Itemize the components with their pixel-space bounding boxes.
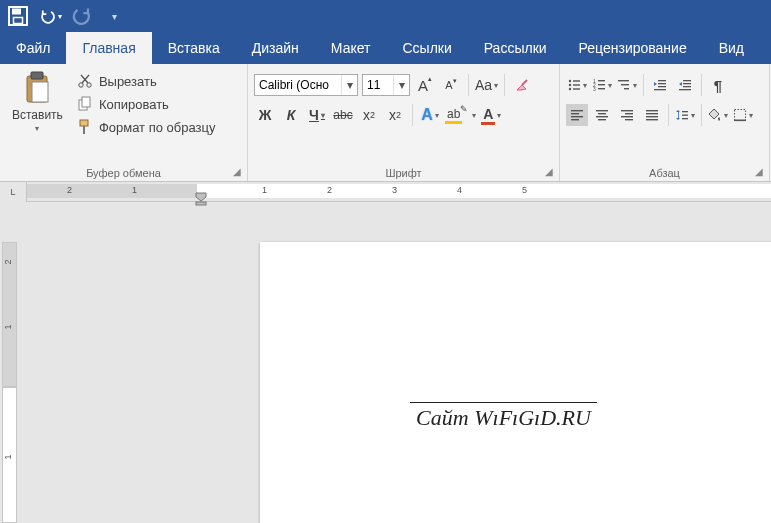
paragraph-dialog-launcher[interactable]: ◢ — [752, 164, 766, 178]
tab-selector[interactable]: L — [0, 182, 27, 202]
svg-rect-40 — [598, 113, 606, 114]
align-center-button[interactable] — [591, 104, 613, 126]
svg-rect-28 — [658, 83, 666, 84]
borders-button[interactable] — [732, 104, 754, 126]
ribbon-tabs: Файл Главная Вставка Дизайн Макет Ссылки… — [0, 32, 771, 64]
multilevel-list-button[interactable] — [616, 74, 638, 96]
svg-rect-37 — [571, 116, 583, 117]
tab-layout[interactable]: Макет — [315, 32, 387, 64]
indent-marker-icon[interactable] — [195, 192, 207, 210]
document-text[interactable]: Сайт WıFıGıD.RU — [410, 402, 597, 431]
cut-button[interactable]: Вырезать — [73, 72, 220, 90]
shading-button[interactable] — [707, 104, 729, 126]
svg-rect-33 — [683, 86, 691, 87]
svg-rect-30 — [654, 89, 666, 90]
font-dialog-launcher[interactable]: ◢ — [542, 164, 556, 178]
save-button[interactable] — [6, 4, 30, 28]
svg-rect-21 — [598, 84, 605, 85]
font-size-input[interactable] — [363, 75, 393, 95]
svg-rect-43 — [621, 110, 633, 111]
align-right-button[interactable] — [616, 104, 638, 126]
workspace: L 2 1 1 2 3 4 5 2 1 1 Сайт WıFıGıD.RU — [0, 182, 771, 523]
bold-button[interactable]: Ж — [254, 104, 276, 126]
svg-rect-27 — [658, 80, 666, 81]
svg-rect-39 — [596, 110, 608, 111]
svg-rect-48 — [646, 113, 658, 114]
text-effects-button[interactable]: A — [419, 104, 441, 126]
svg-rect-29 — [658, 86, 666, 87]
tab-mailings[interactable]: Рассылки — [468, 32, 563, 64]
justify-button[interactable] — [641, 104, 663, 126]
svg-rect-35 — [571, 110, 583, 111]
font-size-dropdown[interactable]: ▾ — [393, 75, 409, 95]
font-color-button[interactable]: A — [480, 104, 502, 126]
svg-rect-13 — [573, 80, 580, 81]
svg-rect-36 — [571, 113, 579, 114]
line-spacing-button[interactable] — [674, 104, 696, 126]
svg-rect-24 — [618, 80, 629, 81]
svg-rect-57 — [196, 202, 206, 205]
show-marks-button[interactable]: ¶ — [707, 74, 729, 96]
qat-customize-button[interactable]: ▾ — [102, 4, 126, 28]
copy-button[interactable]: Копировать — [73, 95, 220, 113]
svg-point-7 — [87, 83, 91, 87]
redo-button[interactable] — [70, 4, 94, 28]
svg-text:3: 3 — [593, 86, 596, 92]
ruler-num: 5 — [522, 185, 527, 195]
svg-rect-31 — [683, 80, 691, 81]
tab-home[interactable]: Главная — [66, 32, 151, 64]
tab-review[interactable]: Рецензирование — [563, 32, 703, 64]
strikethrough-button[interactable]: abc — [332, 104, 354, 126]
bullets-button[interactable] — [566, 74, 588, 96]
change-case-button[interactable]: Aa — [475, 74, 498, 96]
grow-font-button[interactable]: A▴ — [414, 74, 436, 96]
align-left-button[interactable] — [566, 104, 588, 126]
paragraph-group-label: Абзац — [560, 167, 769, 179]
subscript-button[interactable]: x2 — [358, 104, 380, 126]
copy-label: Копировать — [99, 97, 169, 112]
vruler-num: 2 — [3, 259, 13, 264]
shrink-font-button[interactable]: A▾ — [440, 74, 462, 96]
tab-insert[interactable]: Вставка — [152, 32, 236, 64]
format-painter-label: Формат по образцу — [99, 120, 216, 135]
group-paragraph: 123 ¶ Абзац ◢ — [560, 64, 770, 181]
document-page[interactable]: Сайт WıFıGıD.RU — [260, 242, 771, 523]
quick-access-toolbar: ▾ ▾ — [0, 0, 771, 32]
italic-button[interactable]: К — [280, 104, 302, 126]
clipboard-dialog-launcher[interactable]: ◢ — [230, 164, 244, 178]
decrease-indent-button[interactable] — [649, 74, 671, 96]
highlight-button[interactable]: ab✎ — [445, 104, 476, 126]
svg-rect-49 — [646, 116, 658, 117]
vertical-ruler[interactable]: 2 1 1 — [0, 242, 20, 523]
svg-rect-25 — [621, 84, 629, 85]
tab-view[interactable]: Вид — [703, 32, 760, 64]
font-name-combo[interactable]: ▾ — [254, 74, 358, 96]
svg-rect-52 — [682, 111, 688, 112]
svg-rect-53 — [682, 115, 688, 116]
font-size-combo[interactable]: ▾ — [362, 74, 410, 96]
undo-button[interactable]: ▾ — [38, 4, 62, 28]
format-painter-button[interactable]: Формат по образцу — [73, 118, 220, 136]
svg-rect-51 — [678, 112, 679, 118]
svg-rect-23 — [598, 88, 605, 89]
svg-point-6 — [79, 83, 83, 87]
increase-indent-button[interactable] — [674, 74, 696, 96]
font-name-dropdown[interactable]: ▾ — [341, 75, 357, 95]
svg-rect-56 — [734, 120, 746, 122]
clear-formatting-button[interactable] — [511, 74, 533, 96]
horizontal-ruler[interactable]: L 2 1 1 2 3 4 5 — [0, 182, 771, 202]
superscript-button[interactable]: x2 — [384, 104, 406, 126]
font-name-input[interactable] — [255, 75, 341, 95]
tab-design[interactable]: Дизайн — [236, 32, 315, 64]
numbering-button[interactable]: 123 — [591, 74, 613, 96]
vruler-num: 1 — [3, 454, 13, 459]
ruler-num: 1 — [262, 185, 267, 195]
svg-rect-42 — [598, 119, 606, 120]
svg-rect-44 — [625, 113, 633, 114]
paste-button[interactable]: Вставить ▾ — [6, 68, 69, 181]
svg-rect-50 — [646, 119, 658, 120]
tab-file[interactable]: Файл — [0, 32, 66, 64]
svg-rect-54 — [682, 118, 688, 119]
underline-button[interactable]: Ч — [306, 104, 328, 126]
tab-references[interactable]: Ссылки — [386, 32, 467, 64]
